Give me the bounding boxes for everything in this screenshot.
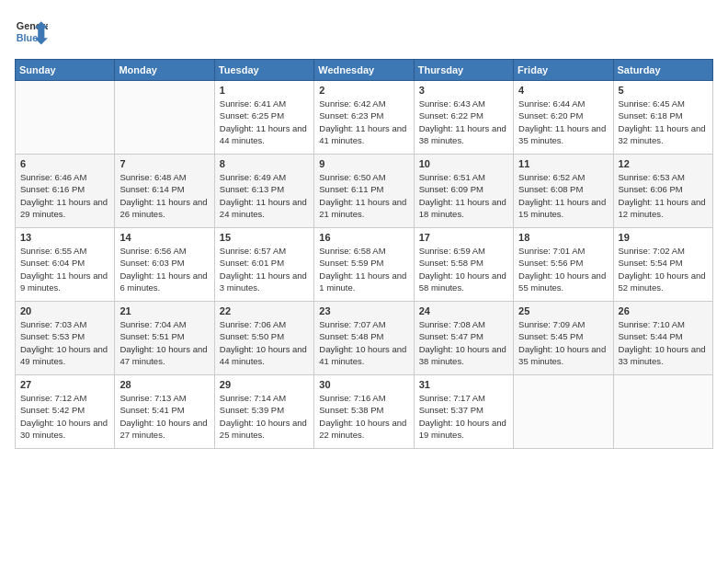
calendar-day-cell: 4 Sunrise: 6:44 AMSunset: 6:20 PMDayligh…	[514, 81, 613, 155]
weekday-header: Thursday	[414, 60, 513, 81]
day-detail: Sunrise: 6:58 AMSunset: 5:59 PMDaylight:…	[319, 245, 408, 293]
day-detail: Sunrise: 7:12 AMSunset: 5:42 PMDaylight:…	[20, 392, 109, 441]
logo: General Blue	[15, 15, 48, 48]
day-detail: Sunrise: 6:43 AMSunset: 6:22 PMDaylight:…	[419, 98, 508, 146]
calendar-day-cell: 31 Sunrise: 7:17 AMSunset: 5:37 PMDaylig…	[414, 375, 513, 449]
calendar-day-cell: 16 Sunrise: 6:58 AMSunset: 5:59 PMDaylig…	[314, 228, 414, 302]
day-detail: Sunrise: 6:57 AMSunset: 6:01 PMDaylight:…	[220, 245, 309, 293]
day-number: 31	[419, 379, 508, 390]
calendar-day-cell: 9 Sunrise: 6:50 AMSunset: 6:11 PMDayligh…	[314, 155, 414, 228]
day-number: 25	[518, 305, 608, 316]
day-detail: Sunrise: 7:08 AMSunset: 5:47 PMDaylight:…	[419, 318, 508, 367]
calendar-day-cell: 26 Sunrise: 7:10 AMSunset: 5:44 PMDaylig…	[613, 302, 712, 375]
day-number: 3	[419, 85, 508, 96]
day-detail: Sunrise: 7:03 AMSunset: 5:53 PMDaylight:…	[20, 318, 109, 367]
day-number: 24	[419, 305, 508, 316]
day-detail: Sunrise: 7:07 AMSunset: 5:48 PMDaylight:…	[319, 318, 408, 367]
day-detail: Sunrise: 7:16 AMSunset: 5:38 PMDaylight:…	[319, 392, 408, 441]
day-detail: Sunrise: 7:14 AMSunset: 5:39 PMDaylight:…	[220, 392, 309, 441]
calendar-day-cell: 12 Sunrise: 6:53 AMSunset: 6:06 PMDaylig…	[613, 155, 712, 228]
day-number: 13	[20, 232, 109, 243]
day-detail: Sunrise: 7:13 AMSunset: 5:41 PMDaylight:…	[119, 392, 209, 441]
calendar-day-cell: 18 Sunrise: 7:01 AMSunset: 5:56 PMDaylig…	[514, 228, 613, 302]
day-number: 12	[619, 158, 708, 169]
day-detail: Sunrise: 7:09 AMSunset: 5:45 PMDaylight:…	[518, 318, 608, 367]
day-number: 1	[220, 85, 309, 96]
day-number: 20	[20, 305, 109, 316]
calendar-week-row: 1 Sunrise: 6:41 AMSunset: 6:25 PMDayligh…	[16, 81, 713, 155]
calendar-week-row: 20 Sunrise: 7:03 AMSunset: 5:53 PMDaylig…	[16, 302, 713, 375]
day-number: 18	[518, 232, 608, 243]
day-detail: Sunrise: 6:41 AMSunset: 6:25 PMDaylight:…	[220, 98, 309, 146]
day-detail: Sunrise: 6:53 AMSunset: 6:06 PMDaylight:…	[619, 171, 708, 220]
day-number: 2	[319, 85, 408, 96]
day-detail: Sunrise: 6:45 AMSunset: 6:18 PMDaylight:…	[619, 98, 708, 146]
day-number: 9	[319, 158, 408, 169]
calendar-week-row: 6 Sunrise: 6:46 AMSunset: 6:16 PMDayligh…	[16, 155, 713, 228]
calendar-day-cell: 11 Sunrise: 6:52 AMSunset: 6:08 PMDaylig…	[514, 155, 613, 228]
calendar-day-cell: 28 Sunrise: 7:13 AMSunset: 5:41 PMDaylig…	[115, 375, 214, 449]
day-number: 23	[319, 305, 408, 316]
day-detail: Sunrise: 6:49 AMSunset: 6:13 PMDaylight:…	[220, 171, 309, 220]
weekday-header: Sunday	[16, 60, 115, 81]
day-number: 10	[419, 158, 508, 169]
day-number: 22	[220, 305, 309, 316]
calendar-day-cell: 15 Sunrise: 6:57 AMSunset: 6:01 PMDaylig…	[214, 228, 313, 302]
day-detail: Sunrise: 6:51 AMSunset: 6:09 PMDaylight:…	[419, 171, 508, 220]
day-detail: Sunrise: 6:42 AMSunset: 6:23 PMDaylight:…	[319, 98, 408, 146]
calendar-day-cell: 25 Sunrise: 7:09 AMSunset: 5:45 PMDaylig…	[514, 302, 613, 375]
weekday-header: Tuesday	[214, 60, 313, 81]
day-number: 21	[119, 305, 209, 316]
calendar-day-cell	[115, 81, 214, 155]
calendar-day-cell: 10 Sunrise: 6:51 AMSunset: 6:09 PMDaylig…	[414, 155, 513, 228]
calendar-week-row: 13 Sunrise: 6:55 AMSunset: 6:04 PMDaylig…	[16, 228, 713, 302]
day-detail: Sunrise: 6:56 AMSunset: 6:03 PMDaylight:…	[119, 245, 209, 293]
day-detail: Sunrise: 6:55 AMSunset: 6:04 PMDaylight:…	[20, 245, 109, 293]
calendar-day-cell: 3 Sunrise: 6:43 AMSunset: 6:22 PMDayligh…	[414, 81, 513, 155]
logo-icon: General Blue	[15, 15, 48, 48]
day-number: 16	[319, 232, 408, 243]
day-number: 7	[119, 158, 209, 169]
calendar-day-cell	[613, 375, 712, 449]
day-number: 6	[20, 158, 109, 169]
calendar-day-cell: 6 Sunrise: 6:46 AMSunset: 6:16 PMDayligh…	[16, 155, 115, 228]
calendar-day-cell: 5 Sunrise: 6:45 AMSunset: 6:18 PMDayligh…	[613, 81, 712, 155]
day-detail: Sunrise: 7:17 AMSunset: 5:37 PMDaylight:…	[419, 392, 508, 441]
day-number: 4	[518, 85, 608, 96]
day-detail: Sunrise: 7:10 AMSunset: 5:44 PMDaylight:…	[619, 318, 708, 367]
calendar-day-cell: 1 Sunrise: 6:41 AMSunset: 6:25 PMDayligh…	[214, 81, 313, 155]
calendar-day-cell: 14 Sunrise: 6:56 AMSunset: 6:03 PMDaylig…	[115, 228, 214, 302]
calendar-day-cell: 22 Sunrise: 7:06 AMSunset: 5:50 PMDaylig…	[214, 302, 313, 375]
day-detail: Sunrise: 6:52 AMSunset: 6:08 PMDaylight:…	[518, 171, 608, 220]
day-detail: Sunrise: 6:48 AMSunset: 6:14 PMDaylight:…	[119, 171, 209, 220]
day-detail: Sunrise: 7:02 AMSunset: 5:54 PMDaylight:…	[619, 245, 708, 293]
calendar-day-cell: 17 Sunrise: 6:59 AMSunset: 5:58 PMDaylig…	[414, 228, 513, 302]
day-number: 19	[619, 232, 708, 243]
day-detail: Sunrise: 7:06 AMSunset: 5:50 PMDaylight:…	[220, 318, 309, 367]
day-detail: Sunrise: 6:59 AMSunset: 5:58 PMDaylight:…	[419, 245, 508, 293]
calendar-day-cell: 24 Sunrise: 7:08 AMSunset: 5:47 PMDaylig…	[414, 302, 513, 375]
day-number: 8	[220, 158, 309, 169]
day-number: 17	[419, 232, 508, 243]
calendar-day-cell: 13 Sunrise: 6:55 AMSunset: 6:04 PMDaylig…	[16, 228, 115, 302]
calendar-day-cell: 23 Sunrise: 7:07 AMSunset: 5:48 PMDaylig…	[314, 302, 414, 375]
day-number: 15	[220, 232, 309, 243]
day-detail: Sunrise: 7:01 AMSunset: 5:56 PMDaylight:…	[518, 245, 608, 293]
calendar-day-cell: 19 Sunrise: 7:02 AMSunset: 5:54 PMDaylig…	[613, 228, 712, 302]
day-number: 29	[220, 379, 309, 390]
calendar-day-cell	[514, 375, 613, 449]
day-number: 26	[619, 305, 708, 316]
day-number: 11	[518, 158, 608, 169]
calendar-table: SundayMondayTuesdayWednesdayThursdayFrid…	[15, 59, 713, 449]
svg-text:Blue: Blue	[17, 32, 38, 43]
calendar-day-cell: 8 Sunrise: 6:49 AMSunset: 6:13 PMDayligh…	[214, 155, 313, 228]
weekday-header: Wednesday	[314, 60, 414, 81]
calendar-week-row: 27 Sunrise: 7:12 AMSunset: 5:42 PMDaylig…	[16, 375, 713, 449]
day-number: 14	[119, 232, 209, 243]
day-number: 30	[319, 379, 408, 390]
day-number: 27	[20, 379, 109, 390]
calendar-day-cell: 7 Sunrise: 6:48 AMSunset: 6:14 PMDayligh…	[115, 155, 214, 228]
weekday-header: Saturday	[613, 60, 712, 81]
weekday-header: Monday	[115, 60, 214, 81]
calendar-day-cell: 2 Sunrise: 6:42 AMSunset: 6:23 PMDayligh…	[314, 81, 414, 155]
